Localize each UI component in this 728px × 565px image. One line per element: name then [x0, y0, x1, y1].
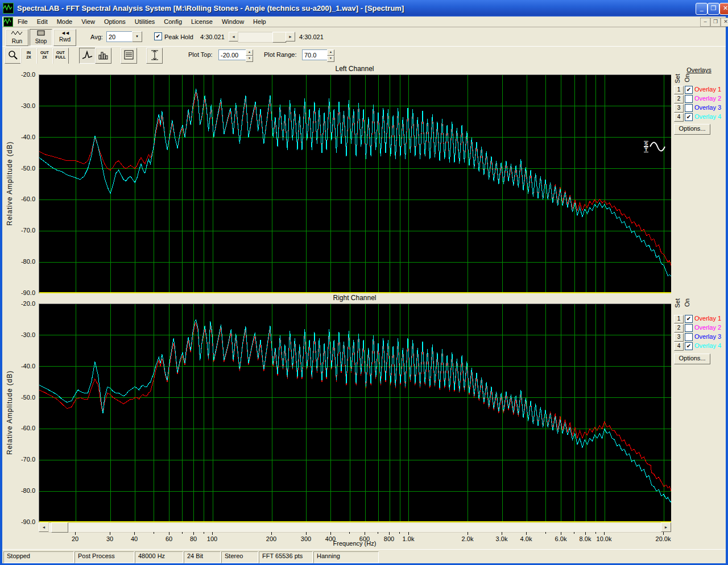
menu-window[interactable]: Window	[217, 17, 249, 26]
menu-view[interactable]: View	[77, 17, 100, 26]
plot-range-input[interactable]	[302, 49, 329, 60]
overlay-set-button-3[interactable]: 3	[674, 333, 684, 342]
avg-dropdown-icon[interactable]: ▼	[132, 31, 142, 42]
menu-license[interactable]: License	[187, 17, 217, 26]
y-tick-label: -60.0	[3, 425, 35, 431]
freq-scrollbar[interactable]	[48, 522, 661, 533]
y-tick-label: -70.0	[3, 456, 35, 463]
x-tick	[468, 532, 468, 535]
sine-wave-icon	[650, 140, 665, 153]
x-tick	[271, 532, 272, 535]
menu-mode[interactable]: Mode	[52, 17, 77, 26]
status-panel-1: Post Process	[75, 551, 134, 563]
plot-range-spin-up-icon[interactable]: ▲	[327, 49, 334, 56]
overlay-on-checkbox-3[interactable]	[685, 104, 693, 112]
right-channel-title: Right Channel	[39, 294, 671, 302]
child-restore-icon[interactable]: ❐	[710, 18, 721, 27]
x-tick-minor	[399, 532, 400, 534]
overlay-set-button-1[interactable]: 1	[674, 315, 684, 323]
menu-help[interactable]: Help	[249, 17, 271, 26]
x-tick	[212, 532, 213, 535]
freq-scroll-left-icon[interactable]: ◄	[39, 522, 49, 532]
child-close-icon[interactable]: ✕	[721, 18, 728, 27]
zoom-in-2x-label2: 2X	[26, 55, 31, 59]
overlay-options-button-bottom[interactable]: Options...	[674, 354, 710, 364]
time-scrollbar-thumb[interactable]	[272, 32, 286, 43]
overlay-on-checkbox-1[interactable]: ✔	[685, 315, 693, 323]
rewind-button[interactable]: ◄◄ Rwd	[53, 29, 76, 46]
overlay-set-button-3[interactable]: 3	[674, 104, 684, 113]
display-options-button[interactable]	[121, 48, 137, 64]
x-tick	[408, 532, 409, 535]
y-tick-label: -20.0	[3, 300, 35, 307]
overlay-on-checkbox-4[interactable]: ✔	[685, 113, 693, 121]
overlay-set-button-4[interactable]: 4	[674, 342, 684, 351]
y-tick-label: -50.0	[3, 394, 35, 401]
bar-spectrum-button[interactable]	[95, 48, 111, 64]
overlay-on-checkbox-4[interactable]: ✔	[685, 342, 693, 350]
overlay-set-button-1[interactable]: 1	[674, 86, 684, 94]
child-minimize-icon[interactable]: –	[700, 18, 710, 27]
plot-range-spin-down-icon[interactable]: ▼	[327, 56, 334, 62]
rewind-label: Rwd	[54, 36, 76, 43]
left-channel-plot[interactable]	[39, 74, 671, 293]
y-tick-label: -90.0	[3, 518, 35, 525]
maximize-icon[interactable]: ❐	[708, 3, 719, 15]
overlay-on-checkbox-1[interactable]: ✔	[685, 86, 693, 94]
stop-button[interactable]: Stop	[30, 29, 52, 46]
overlay-on-checkbox-2[interactable]	[685, 324, 693, 332]
close-icon[interactable]: ✕	[719, 3, 728, 15]
overlay-options-button-top[interactable]: Options...	[674, 124, 710, 135]
overlays-set-label-bottom: Set	[674, 298, 681, 308]
freq-scrollbar-thumb[interactable]	[51, 522, 68, 533]
time-scroll-left-icon[interactable]: ◄	[229, 32, 238, 41]
x-tick-minor	[574, 532, 574, 534]
menu-edit[interactable]: Edit	[32, 17, 52, 26]
menu-bar: FileEditModeViewOptionsUtilitiesConfigLi…	[2, 16, 726, 27]
x-tick	[663, 532, 664, 535]
overlay-label-2: Overlay 2	[694, 95, 721, 102]
overlay-label-1: Overlay 1	[694, 315, 721, 322]
plot-top-spin-up-icon[interactable]: ▲	[246, 49, 253, 56]
menu-items: FileEditModeViewOptionsUtilitiesConfigLi…	[13, 17, 271, 26]
run-button[interactable]: Run	[6, 29, 28, 46]
menu-options[interactable]: Options	[100, 17, 130, 26]
plot-range-label: Plot Range:	[264, 51, 296, 58]
overlays-set-label-top: Set	[674, 74, 681, 84]
plot-range-spinner[interactable]: ▲ ▼	[327, 49, 334, 60]
minimize-icon[interactable]: _	[696, 3, 708, 15]
x-tick	[365, 532, 365, 535]
x-tick-minor	[204, 532, 204, 534]
zoom-out-full-label1: OUT	[56, 51, 65, 55]
line-spectrum-button[interactable]	[79, 48, 96, 64]
menu-file[interactable]: File	[13, 17, 32, 26]
x-tick-minor	[595, 532, 596, 534]
menu-utilities[interactable]: Utilities	[130, 17, 159, 26]
child-window-icon[interactable]	[3, 17, 13, 27]
overlay-on-checkbox-2[interactable]	[685, 95, 693, 103]
transport-toolbar: Run Stop ◄◄ Rwd Avg: ▼ ✔ Peak Hold 4:30.…	[2, 27, 726, 47]
x-tick	[306, 532, 307, 535]
title-bar[interactable]: SpectraLAB - FFT Spectral Analysis Syste…	[0, 0, 728, 16]
freq-scroll-right-icon[interactable]: ►	[661, 522, 671, 532]
overlays-on-label-top: On	[684, 74, 690, 82]
plot-top-input[interactable]	[218, 49, 248, 60]
run-label: Run	[6, 38, 28, 44]
overlay-on-checkbox-3[interactable]	[685, 333, 693, 341]
vertical-scale-button[interactable]	[146, 48, 163, 64]
plot-top-spin-down-icon[interactable]: ▼	[246, 56, 253, 62]
menu-config[interactable]: Config	[159, 17, 187, 26]
badge-letter-s: S	[644, 141, 648, 147]
peak-hold-checkbox[interactable]: ✔	[154, 32, 162, 40]
overlay-set-button-2[interactable]: 2	[674, 95, 684, 103]
x-tick	[526, 532, 527, 535]
overlay-set-button-4[interactable]: 4	[674, 113, 684, 122]
zoom-tool-button[interactable]	[5, 48, 21, 64]
zoom-out-2x-label1: OUT	[40, 51, 49, 55]
overlay-set-button-2[interactable]: 2	[674, 324, 684, 333]
plot-top-spinner[interactable]: ▲ ▼	[246, 49, 253, 60]
right-channel-plot[interactable]	[39, 304, 671, 522]
status-bar: StoppedPost Process48000 Hz24 BitStereoF…	[2, 549, 726, 563]
time-scroll-right-icon[interactable]: ►	[286, 32, 295, 41]
avg-combobox[interactable]	[106, 31, 134, 42]
